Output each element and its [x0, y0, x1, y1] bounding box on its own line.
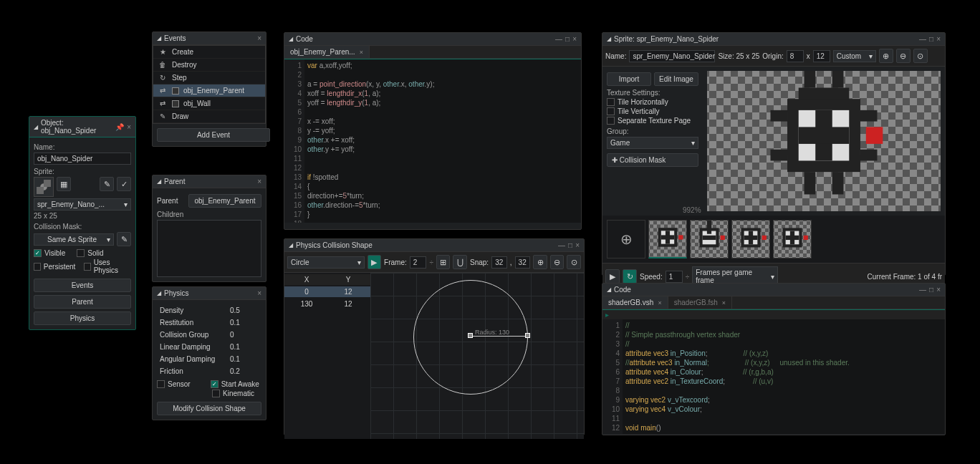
collision-mask-button[interactable]: ✚ Collision Mask: [607, 153, 698, 167]
play-icon[interactable]: ▶: [368, 255, 382, 269]
collision-mask-select[interactable]: Same As Sprite▾: [34, 233, 114, 246]
persistent-checkbox[interactable]: [34, 263, 41, 271]
phys-value[interactable]: 0.1: [230, 343, 259, 351]
phys-value[interactable]: 0: [230, 331, 259, 339]
sprite-preview[interactable]: [707, 71, 941, 211]
maximize-icon[interactable]: □: [565, 35, 570, 43]
origin-x-field[interactable]: 8: [787, 50, 804, 62]
collapse-icon[interactable]: ◢: [607, 36, 611, 42]
tile-v-checkbox[interactable]: [607, 107, 615, 115]
speed-field[interactable]: 1: [666, 271, 683, 283]
add-frame-button[interactable]: ⊕: [607, 220, 645, 258]
grid-icon[interactable]: ⊞: [436, 255, 451, 269]
close-icon[interactable]: ×: [572, 35, 577, 43]
sprite-select[interactable]: spr_Enemy_Nano_...▾: [34, 198, 131, 211]
maximize-icon[interactable]: □: [568, 241, 572, 249]
zoom-fit-icon[interactable]: ⊙: [913, 49, 928, 63]
new-sprite-icon[interactable]: ▦: [57, 177, 71, 191]
collapse-icon[interactable]: ◢: [289, 36, 293, 42]
edit-mask-icon[interactable]: ✎: [117, 232, 131, 246]
kinematic-checkbox[interactable]: [212, 390, 220, 397]
start-awake-checkbox[interactable]: [211, 380, 218, 388]
close-tab-icon[interactable]: ×: [360, 49, 363, 56]
parent-select[interactable]: obj_Enemy_Parent: [188, 194, 261, 208]
snap-y-field[interactable]: 32: [515, 256, 531, 269]
close-icon[interactable]: ×: [575, 241, 580, 249]
phys-value[interactable]: 0.1: [230, 319, 259, 327]
minimize-icon[interactable]: —: [558, 241, 565, 249]
children-list[interactable]: [157, 220, 261, 277]
frame-4[interactable]: [773, 220, 812, 258]
frame-field[interactable]: 2: [410, 256, 427, 269]
shape-handle[interactable]: [525, 333, 530, 338]
close-icon[interactable]: ×: [936, 286, 941, 294]
pin-icon[interactable]: 📌: [115, 123, 124, 131]
snap-icon[interactable]: ⋃: [453, 255, 467, 269]
edit-sprite-icon[interactable]: ✎: [100, 177, 114, 191]
event-item[interactable]: 🗑Destroy: [153, 59, 265, 72]
minimize-icon[interactable]: —: [919, 35, 926, 43]
solid-checkbox[interactable]: [77, 249, 85, 257]
collapse-icon[interactable]: ◢: [157, 35, 161, 42]
event-item[interactable]: ⇄obj_Enemy_Parent: [153, 84, 265, 97]
sprite-thumbnail[interactable]: [34, 177, 54, 197]
event-item[interactable]: ↻Step: [153, 72, 265, 84]
collapse-icon[interactable]: ◢: [34, 124, 38, 130]
coord-row[interactable]: 012: [284, 286, 370, 297]
event-item[interactable]: ⇄obj_Wall: [153, 97, 265, 110]
event-item[interactable]: ✎Draw: [153, 110, 265, 123]
collapse-icon[interactable]: ◢: [157, 178, 161, 185]
name-field[interactable]: obj_Nano_Spider: [34, 153, 131, 165]
minimize-icon[interactable]: —: [555, 35, 562, 43]
close-tab-icon[interactable]: ×: [658, 299, 661, 306]
collapse-icon[interactable]: ◢: [289, 242, 293, 248]
event-item[interactable]: ★Create: [153, 46, 265, 59]
tile-h-checkbox[interactable]: [607, 98, 615, 106]
close-icon[interactable]: ×: [257, 178, 261, 185]
code-editor[interactable]: 123456789101112131415161718 var a,xoff,y…: [284, 59, 581, 223]
close-icon[interactable]: ×: [936, 35, 941, 43]
minimize-icon[interactable]: —: [919, 286, 926, 294]
modify-shape-button[interactable]: Modify Collision Shape: [157, 402, 261, 415]
coord-row[interactable]: 13012: [284, 299, 370, 309]
sensor-checkbox[interactable]: [157, 380, 165, 388]
shape-select[interactable]: Circle▾: [287, 256, 365, 269]
sep-page-checkbox[interactable]: [607, 117, 615, 125]
close-icon[interactable]: ×: [127, 123, 131, 131]
zoom-in-icon[interactable]: ⊕: [879, 49, 893, 63]
frame-2[interactable]: [690, 220, 729, 258]
zoom-fit-icon[interactable]: ⊙: [567, 255, 581, 269]
select-sprite-icon[interactable]: ✓: [117, 177, 131, 191]
origin-y-field[interactable]: 12: [813, 50, 830, 62]
maximize-icon[interactable]: □: [929, 35, 933, 43]
phys-value[interactable]: 0.5: [230, 306, 259, 314]
uses-physics-checkbox[interactable]: [84, 263, 91, 271]
origin-preset-select[interactable]: Custom▾: [833, 50, 876, 62]
add-event-button[interactable]: Add Event: [157, 128, 270, 142]
loop-icon[interactable]: ↻: [623, 269, 637, 284]
phys-value[interactable]: 0.2: [230, 367, 259, 375]
phys-value[interactable]: 0.1: [230, 355, 259, 363]
close-icon[interactable]: ×: [257, 34, 261, 42]
collision-canvas[interactable]: Radius: 130: [370, 273, 584, 439]
sprite-name-field[interactable]: spr_Enemy_Nano_Spider: [629, 50, 715, 62]
zoom-out-icon[interactable]: ⊖: [550, 255, 565, 269]
visible-checkbox[interactable]: [34, 249, 42, 257]
shader-tab-vsh[interactable]: shaderGB.vsh×: [602, 296, 668, 309]
shape-handle[interactable]: [468, 333, 473, 338]
play-icon[interactable]: ▶: [605, 269, 620, 284]
zoom-out-icon[interactable]: ⊖: [896, 49, 911, 63]
breadcrumb-icon[interactable]: ▸: [605, 311, 609, 319]
shader-tab-fsh[interactable]: shaderGB.fsh×: [668, 296, 732, 309]
edit-image-button[interactable]: Edit Image: [654, 72, 698, 86]
close-icon[interactable]: ×: [257, 289, 261, 297]
group-select[interactable]: Game▾: [607, 137, 698, 149]
zoom-in-icon[interactable]: ⊕: [533, 255, 547, 269]
parent-button[interactable]: Parent: [34, 295, 131, 309]
frame-1[interactable]: [648, 220, 687, 258]
code-editor[interactable]: 123456789101112131415161718192021 //// S…: [602, 319, 945, 434]
close-tab-icon[interactable]: ×: [722, 299, 726, 306]
code-tab[interactable]: obj_Enemy_Paren... ×: [284, 46, 370, 58]
collapse-icon[interactable]: ◢: [607, 286, 611, 293]
snap-x-field[interactable]: 32: [491, 256, 507, 269]
